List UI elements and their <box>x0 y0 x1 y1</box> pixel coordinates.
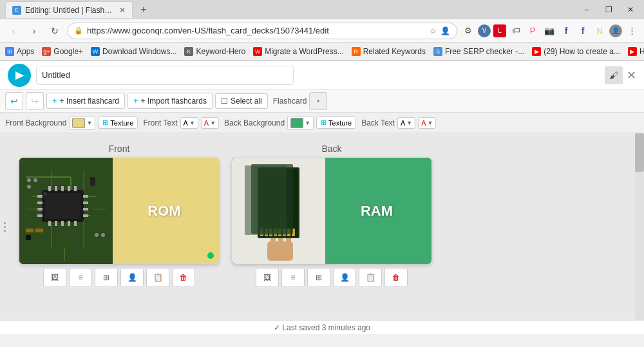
front-image-button[interactable]: 🖼 <box>43 268 66 287</box>
fb-icon[interactable]: f <box>559 24 573 38</box>
goconqr-header: ▶ 🖌 ✕ <box>0 61 644 89</box>
redo-button[interactable]: ↪ <box>26 92 44 110</box>
bookmark-migrate[interactable]: W Migrate a WordPress... <box>253 47 343 56</box>
svg-point-33 <box>33 178 37 182</box>
front-flashcard[interactable]: ROM <box>19 158 219 264</box>
back-text-size-picker[interactable]: A ▼ <box>397 117 415 129</box>
restore-button[interactable]: ❐ <box>600 1 617 18</box>
front-layout-button[interactable]: ⊞ <box>95 268 118 287</box>
back-button[interactable]: ‹ <box>5 23 22 39</box>
back-text-section: Back Text A ▼ A ▼ <box>361 117 436 129</box>
front-texture-button[interactable]: ⊞ Texture <box>98 117 138 129</box>
front-text-size-picker[interactable]: A ▼ <box>180 117 198 129</box>
bookmark-serp-label: Free SERP checker -... <box>445 47 524 56</box>
title-input[interactable] <box>36 66 294 85</box>
tag-icon[interactable]: 🏷 <box>509 24 523 38</box>
front-bg-color-picker[interactable]: ▼ <box>69 116 95 130</box>
forward-button[interactable]: › <box>26 23 43 39</box>
bookmark-migrate-label: Migrate a WordPress... <box>265 47 343 56</box>
front-background-section: Front Background ▼ ⊞ Texture <box>5 116 138 130</box>
back-bg-color-picker[interactable]: ▼ <box>287 116 314 130</box>
bookmark-google-plus[interactable]: g+ Google+ <box>42 47 83 56</box>
profile-icon[interactable]: 👤 <box>440 26 450 35</box>
extensions-icon[interactable]: ⚙ <box>461 24 475 38</box>
norton-icon[interactable]: N <box>592 24 607 38</box>
camera-icon[interactable]: 📷 <box>542 24 556 38</box>
bookmark-keyword-hero[interactable]: K Keyword-Hero <box>184 47 245 56</box>
front-card-wrapper: Front <box>19 144 219 310</box>
back-note-icon: 📋 <box>366 273 375 282</box>
svg-rect-15 <box>55 221 57 226</box>
select-all-button[interactable]: ☐ Select all <box>215 93 268 109</box>
front-card-image <box>19 158 113 264</box>
bookmark-apps-label: Apps <box>17 47 34 56</box>
svg-rect-29 <box>35 229 43 232</box>
back-image-button[interactable]: 🖼 <box>256 268 279 287</box>
scrollbar-thumb[interactable] <box>635 133 644 172</box>
status-bar: ✓ Last saved 3 minutes ago <box>0 320 644 334</box>
new-tab-button[interactable]: + <box>135 1 152 18</box>
lastpass-icon[interactable]: L <box>493 24 506 37</box>
bookmark-youtube2[interactable]: ▶ Hang Ups (Want You... <box>628 47 644 56</box>
flashcard-toggle[interactable]: ▪ <box>309 92 327 110</box>
insert-flashcard-label: + Insert flashcard <box>60 97 119 106</box>
bookmarks-bar: ⊞ Apps g+ Google+ W Download Windows... … <box>0 42 644 61</box>
header-icons: 🖌 ✕ <box>605 66 636 84</box>
fb2-icon[interactable]: f <box>576 24 590 38</box>
bookmark-download-windows[interactable]: W Download Windows... <box>91 47 176 56</box>
undo-button[interactable]: ↩ <box>5 92 23 110</box>
flashcard-label: Flashcard <box>273 97 307 106</box>
menu-button[interactable]: ⋮ <box>625 24 639 38</box>
back-delete-button[interactable]: 🗑 <box>384 268 408 287</box>
minimize-button[interactable]: – <box>578 1 595 18</box>
side-handle[interactable] <box>0 133 9 320</box>
bookmark-google-plus-label: Google+ <box>53 47 83 56</box>
reload-button[interactable]: ↻ <box>46 23 63 39</box>
bookmark-apps[interactable]: ⊞ Apps <box>5 47 34 56</box>
back-flashcard[interactable]: RAM <box>232 158 431 264</box>
svg-rect-22 <box>37 214 43 217</box>
back-text-color-picker[interactable]: A ▼ <box>418 117 436 129</box>
front-text-color-picker[interactable]: A ▼ <box>201 117 219 129</box>
svg-rect-19 <box>37 195 43 198</box>
tab-close-button[interactable]: ✕ <box>119 6 126 15</box>
search-bar <box>36 66 294 85</box>
back-note-button[interactable]: 📋 <box>359 268 382 287</box>
handle-dot-3 <box>4 230 6 232</box>
front-text-color-icon: A <box>204 119 209 127</box>
vk-icon[interactable]: V <box>478 24 491 37</box>
bookmark-youtube2-label: Hang Ups (Want You... <box>639 47 644 56</box>
front-note-button[interactable]: 📋 <box>146 268 169 287</box>
back-text-button[interactable]: ≡ <box>281 268 305 287</box>
svg-rect-10 <box>55 186 57 191</box>
front-layout-icon: ⊞ <box>103 273 109 282</box>
select-all-label: Select all <box>231 97 262 106</box>
header-close-button[interactable]: ✕ <box>627 68 636 82</box>
active-tab[interactable]: E Editing: Untitled | Flashcards ✕ <box>5 1 133 18</box>
youtube1-favicon: ▶ <box>532 47 541 56</box>
import-flashcards-button[interactable]: + + Import flashcards <box>128 93 213 109</box>
front-delete-button[interactable]: 🗑 <box>172 268 195 287</box>
back-layout-button[interactable]: ⊞ <box>307 268 330 287</box>
star-icon[interactable]: ☆ <box>430 26 437 35</box>
front-person-button[interactable]: 👤 <box>120 268 144 287</box>
chrome-profile-icon[interactable]: 👤 <box>609 24 622 37</box>
goconqr-logo[interactable]: ▶ <box>8 64 31 87</box>
bookmark-related-keywords[interactable]: R Related Keywords <box>352 47 426 56</box>
insert-flashcard-button[interactable]: + + Insert flashcard <box>46 93 125 109</box>
url-bar[interactable]: 🔒 https://www.goconqr.com/en-US/flash_ca… <box>67 23 457 39</box>
front-image-icon: 🖼 <box>51 273 59 282</box>
back-texture-button[interactable]: ⊞ Texture <box>316 117 356 129</box>
scrollbar[interactable] <box>635 133 644 320</box>
pocket-icon[interactable]: P <box>526 24 540 38</box>
close-window-button[interactable]: ✕ <box>622 1 639 18</box>
cards-container: Front <box>9 133 644 320</box>
svg-point-32 <box>27 178 31 182</box>
back-person-button[interactable]: 👤 <box>333 268 356 287</box>
back-background-label: Back Background <box>224 118 285 127</box>
front-text-button[interactable]: ≡ <box>69 268 92 287</box>
bookmark-youtube1[interactable]: ▶ (29) How to create a... <box>532 47 620 56</box>
front-text-label: Front Text <box>143 118 177 127</box>
brush-icon[interactable]: 🖌 <box>605 66 623 84</box>
bookmark-serp[interactable]: S Free SERP checker -... <box>433 47 524 56</box>
